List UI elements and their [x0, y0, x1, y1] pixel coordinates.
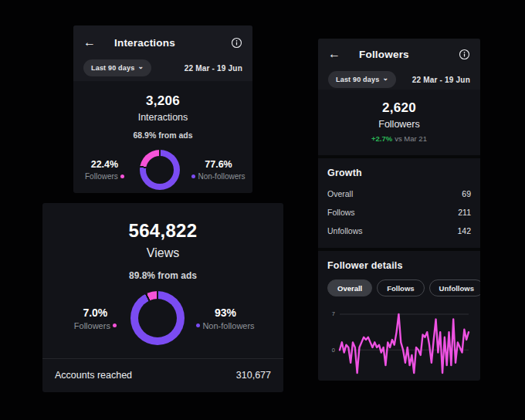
tab-unfollows[interactable]: Unfollows [429, 279, 480, 296]
legend-text: Non-followers [198, 172, 245, 181]
metric-label: Interactions [73, 112, 252, 123]
pink-dot-icon [113, 323, 117, 327]
growth-value: 211 [458, 208, 471, 217]
chevron-down-icon: ⌄ [382, 74, 388, 82]
legend-label: Non-followers [191, 172, 245, 181]
legend-value: 7.0% [71, 307, 119, 319]
delta-value: +2.7% [371, 134, 392, 143]
growth-row-follows: Follows 211 [327, 203, 471, 222]
date-filter-label: Last 90 days [91, 64, 134, 72]
legend-text: Non-followers [202, 321, 254, 330]
follower-details-heading: Follower details [327, 260, 471, 271]
interactions-header: ← Interactions Last 90 days ⌄ 22 Mar - 1… [73, 25, 252, 81]
legend-value: 93% [196, 307, 254, 319]
growth-label: Unfollows [327, 226, 363, 235]
legend-followers: 7.0% Followers [71, 307, 119, 330]
ads-note: 89.8% from ads [42, 270, 283, 281]
views-donut-chart [130, 291, 185, 345]
back-icon[interactable]: ← [83, 36, 96, 49]
legend-text: Followers [74, 321, 110, 330]
follower-line-chart: 70 [327, 307, 471, 381]
purple-dot-icon [191, 174, 195, 178]
legend-value: 77.6% [191, 159, 245, 170]
tab-overall[interactable]: Overall [327, 279, 372, 296]
pink-dot-icon [120, 174, 124, 178]
delta-context: vs Mar 21 [395, 134, 427, 143]
followers-panel: ← Followers Last 90 days ⌄ 22 Mar - 19 J… [318, 39, 480, 381]
metric-label: Followers [327, 119, 471, 130]
legend-label: Non-followers [196, 321, 254, 330]
growth-value: 69 [462, 189, 471, 198]
legend-value: 22.4% [80, 159, 128, 170]
growth-label: Overall [327, 189, 353, 198]
legend-non-followers: 93% Non-followers [196, 307, 254, 330]
metric-value: 2,620 [327, 100, 471, 116]
legend-text: Followers [85, 172, 118, 181]
accounts-reached-label: Accounts reached [55, 370, 132, 381]
followers-stats: 2,620 Followers +2.7%vs Mar 21 [318, 90, 480, 155]
ads-note: 68.9% from ads [73, 130, 252, 140]
svg-text:7: 7 [332, 310, 335, 317]
accounts-reached-row: Accounts reached 310,677 [42, 358, 283, 392]
legend-label: Followers [71, 321, 119, 330]
views-stats: 564,822 Views 89.8% from ads 7.0% Follow… [42, 203, 283, 345]
interactions-stats: 3,206 Interactions 68.9% from ads 22.4% … [73, 81, 252, 190]
metric-value: 564,822 [42, 220, 283, 242]
date-range: 22 Mar - 19 Jun [412, 76, 470, 84]
follower-details-section: Follower details Overall Follows Unfollo… [318, 251, 480, 381]
legend-label: Followers [80, 172, 128, 181]
growth-row-overall: Overall 69 [327, 185, 471, 203]
date-filter-label: Last 90 days [336, 76, 379, 83]
info-icon[interactable] [230, 36, 242, 49]
back-icon[interactable]: ← [328, 48, 340, 60]
accounts-reached-value: 310,677 [236, 370, 271, 381]
follower-details-tabs: Overall Follows Unfollows [327, 279, 471, 296]
purple-dot-icon [196, 323, 200, 327]
legend-non-followers: 77.6% Non-followers [191, 159, 245, 181]
growth-section: Growth Overall 69 Follows 211 Unfollows … [318, 158, 480, 248]
page-title: Interactions [114, 37, 175, 49]
followers-header: ← Followers Last 90 days ⌄ 22 Mar - 19 J… [318, 39, 480, 90]
interactions-panel: ← Interactions Last 90 days ⌄ 22 Mar - 1… [73, 25, 252, 193]
views-panel: 564,822 Views 89.8% from ads 7.0% Follow… [42, 203, 283, 392]
svg-text:0: 0 [332, 347, 335, 354]
growth-label: Follows [327, 208, 355, 217]
growth-row-unfollows: Unfollows 142 [327, 222, 471, 240]
date-range: 22 Mar - 19 Jun [185, 64, 242, 73]
growth-heading: Growth [327, 168, 471, 178]
page-title: Followers [359, 49, 409, 60]
tab-follows[interactable]: Follows [377, 279, 424, 296]
growth-value: 142 [457, 226, 471, 235]
metric-label: Views [42, 246, 283, 260]
chevron-down-icon: ⌄ [137, 63, 144, 70]
metric-value: 3,206 [73, 93, 252, 109]
interactions-donut-chart [140, 150, 180, 190]
date-filter-button[interactable]: Last 90 days ⌄ [83, 59, 151, 76]
legend-followers: 22.4% Followers [80, 159, 128, 181]
delta-row: +2.7%vs Mar 21 [327, 134, 471, 143]
info-icon[interactable] [458, 48, 470, 60]
date-filter-button[interactable]: Last 90 days ⌄ [328, 71, 396, 88]
